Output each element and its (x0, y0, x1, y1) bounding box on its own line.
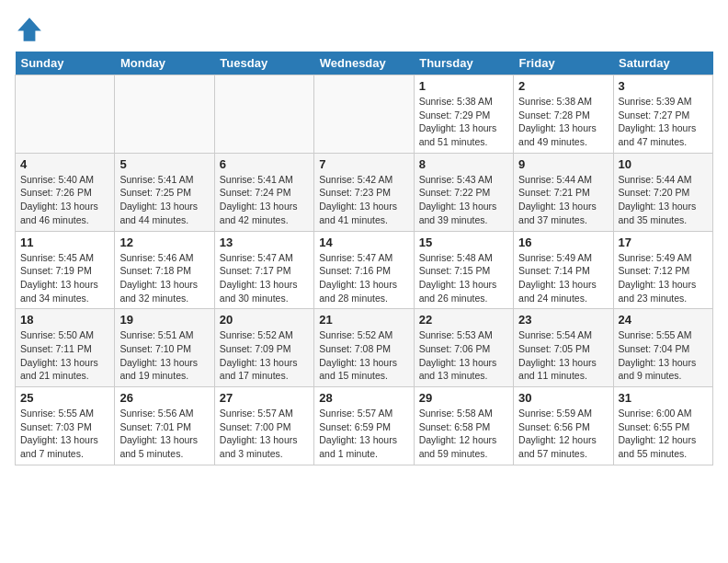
day-number: 4 (20, 157, 109, 171)
day-number: 2 (518, 79, 608, 93)
day-detail: Sunrise: 5:50 AM Sunset: 7:11 PM Dayligh… (20, 328, 109, 383)
weekday-header-wednesday: Wednesday (314, 52, 414, 75)
calendar-cell (214, 75, 313, 154)
weekday-header-friday: Friday (514, 52, 613, 75)
day-detail: Sunrise: 5:59 AM Sunset: 6:56 PM Dayligh… (518, 407, 608, 461)
day-number: 17 (619, 236, 708, 249)
day-detail: Sunrise: 5:54 AM Sunset: 7:05 PM Dayligh… (518, 328, 608, 383)
day-detail: Sunrise: 5:43 AM Sunset: 7:22 PM Dayligh… (419, 173, 508, 227)
logo (15, 15, 48, 44)
day-detail: Sunrise: 5:55 AM Sunset: 7:04 PM Dayligh… (619, 328, 708, 383)
calendar-cell: 29Sunrise: 5:58 AM Sunset: 6:58 PM Dayli… (414, 387, 513, 465)
calendar-cell: 9Sunrise: 5:44 AM Sunset: 7:21 PM Daylig… (514, 153, 613, 231)
day-detail: Sunrise: 5:38 AM Sunset: 7:29 PM Dayligh… (419, 95, 508, 149)
day-detail: Sunrise: 5:58 AM Sunset: 6:58 PM Dayligh… (419, 407, 508, 461)
day-detail: Sunrise: 5:52 AM Sunset: 7:08 PM Dayligh… (319, 328, 408, 383)
weekday-header-monday: Monday (115, 52, 214, 75)
calendar-cell: 13Sunrise: 5:47 AM Sunset: 7:17 PM Dayli… (214, 231, 313, 309)
day-detail: Sunrise: 5:45 AM Sunset: 7:19 PM Dayligh… (20, 251, 109, 305)
day-detail: Sunrise: 5:42 AM Sunset: 7:23 PM Dayligh… (319, 173, 408, 227)
calendar-cell: 12Sunrise: 5:46 AM Sunset: 7:18 PM Dayli… (115, 231, 214, 309)
calendar-cell: 4Sunrise: 5:40 AM Sunset: 7:26 PM Daylig… (16, 153, 115, 231)
day-detail: Sunrise: 5:40 AM Sunset: 7:26 PM Dayligh… (20, 173, 109, 227)
calendar-cell: 20Sunrise: 5:52 AM Sunset: 7:09 PM Dayli… (214, 309, 313, 387)
calendar-cell (115, 75, 214, 154)
day-detail: Sunrise: 5:52 AM Sunset: 7:09 PM Dayligh… (220, 328, 309, 383)
calendar-cell: 5Sunrise: 5:41 AM Sunset: 7:25 PM Daylig… (115, 153, 214, 231)
day-detail: Sunrise: 5:41 AM Sunset: 7:25 PM Dayligh… (119, 173, 209, 227)
calendar-cell: 24Sunrise: 5:55 AM Sunset: 7:04 PM Dayli… (613, 309, 712, 387)
day-number: 23 (518, 313, 608, 327)
day-number: 1 (419, 79, 508, 93)
day-number: 6 (220, 157, 309, 171)
calendar-cell: 2Sunrise: 5:38 AM Sunset: 7:28 PM Daylig… (514, 75, 613, 154)
day-number: 21 (319, 313, 408, 327)
day-detail: Sunrise: 5:57 AM Sunset: 7:00 PM Dayligh… (220, 407, 309, 461)
calendar-cell (314, 75, 414, 154)
day-detail: Sunrise: 5:49 AM Sunset: 7:14 PM Dayligh… (518, 251, 608, 305)
calendar-cell: 22Sunrise: 5:53 AM Sunset: 7:06 PM Dayli… (414, 309, 513, 387)
calendar-cell: 10Sunrise: 5:44 AM Sunset: 7:20 PM Dayli… (613, 153, 712, 231)
day-number: 11 (20, 236, 109, 249)
calendar-week-4: 18Sunrise: 5:50 AM Sunset: 7:11 PM Dayli… (16, 309, 713, 387)
day-number: 29 (419, 391, 508, 405)
calendar-cell: 25Sunrise: 5:55 AM Sunset: 7:03 PM Dayli… (16, 387, 115, 465)
day-number: 5 (119, 157, 209, 171)
day-number: 14 (319, 236, 408, 249)
day-detail: Sunrise: 5:53 AM Sunset: 7:06 PM Dayligh… (419, 328, 508, 383)
day-number: 7 (319, 157, 408, 171)
day-detail: Sunrise: 5:44 AM Sunset: 7:21 PM Dayligh… (518, 173, 608, 227)
day-number: 3 (619, 79, 708, 93)
day-number: 31 (619, 391, 708, 405)
calendar-cell: 31Sunrise: 6:00 AM Sunset: 6:55 PM Dayli… (613, 387, 712, 465)
day-detail: Sunrise: 5:38 AM Sunset: 7:28 PM Dayligh… (518, 95, 608, 149)
day-detail: Sunrise: 5:41 AM Sunset: 7:24 PM Dayligh… (220, 173, 309, 227)
day-number: 20 (220, 313, 309, 327)
day-number: 28 (319, 391, 408, 405)
day-number: 22 (419, 313, 508, 327)
day-number: 30 (518, 391, 608, 405)
day-number: 8 (419, 157, 508, 171)
day-detail: Sunrise: 5:56 AM Sunset: 7:01 PM Dayligh… (119, 407, 209, 461)
calendar-cell: 27Sunrise: 5:57 AM Sunset: 7:00 PM Dayli… (214, 387, 313, 465)
calendar-week-2: 4Sunrise: 5:40 AM Sunset: 7:26 PM Daylig… (16, 153, 713, 231)
weekday-header-thursday: Thursday (414, 52, 513, 75)
day-number: 9 (518, 157, 608, 171)
calendar-cell (16, 75, 115, 154)
calendar-cell: 8Sunrise: 5:43 AM Sunset: 7:22 PM Daylig… (414, 153, 513, 231)
calendar-cell: 11Sunrise: 5:45 AM Sunset: 7:19 PM Dayli… (16, 231, 115, 309)
day-detail: Sunrise: 5:47 AM Sunset: 7:16 PM Dayligh… (319, 251, 408, 305)
calendar-cell: 1Sunrise: 5:38 AM Sunset: 7:29 PM Daylig… (414, 75, 513, 154)
day-number: 16 (518, 236, 608, 249)
calendar-week-1: 1Sunrise: 5:38 AM Sunset: 7:29 PM Daylig… (16, 75, 713, 154)
calendar-cell: 7Sunrise: 5:42 AM Sunset: 7:23 PM Daylig… (314, 153, 414, 231)
calendar-week-3: 11Sunrise: 5:45 AM Sunset: 7:19 PM Dayli… (16, 231, 713, 309)
calendar-week-5: 25Sunrise: 5:55 AM Sunset: 7:03 PM Dayli… (16, 387, 713, 465)
weekday-header-sunday: Sunday (16, 52, 115, 75)
day-number: 24 (619, 313, 708, 327)
day-detail: Sunrise: 5:44 AM Sunset: 7:20 PM Dayligh… (619, 173, 708, 227)
page-header (15, 15, 713, 44)
day-number: 18 (20, 313, 109, 327)
day-number: 27 (220, 391, 309, 405)
day-detail: Sunrise: 5:51 AM Sunset: 7:10 PM Dayligh… (119, 328, 209, 383)
calendar-cell: 21Sunrise: 5:52 AM Sunset: 7:08 PM Dayli… (314, 309, 414, 387)
day-number: 12 (119, 236, 209, 249)
day-number: 10 (619, 157, 708, 171)
calendar-cell: 23Sunrise: 5:54 AM Sunset: 7:05 PM Dayli… (514, 309, 613, 387)
day-detail: Sunrise: 5:48 AM Sunset: 7:15 PM Dayligh… (419, 251, 508, 305)
svg-marker-0 (17, 17, 41, 41)
day-detail: Sunrise: 6:00 AM Sunset: 6:55 PM Dayligh… (619, 407, 708, 461)
calendar-cell: 17Sunrise: 5:49 AM Sunset: 7:12 PM Dayli… (613, 231, 712, 309)
calendar-cell: 15Sunrise: 5:48 AM Sunset: 7:15 PM Dayli… (414, 231, 513, 309)
calendar-cell: 16Sunrise: 5:49 AM Sunset: 7:14 PM Dayli… (514, 231, 613, 309)
logo-icon (15, 15, 44, 44)
day-detail: Sunrise: 5:47 AM Sunset: 7:17 PM Dayligh… (220, 251, 309, 305)
calendar-cell: 26Sunrise: 5:56 AM Sunset: 7:01 PM Dayli… (115, 387, 214, 465)
calendar-table: SundayMondayTuesdayWednesdayThursdayFrid… (15, 52, 713, 465)
calendar-cell: 30Sunrise: 5:59 AM Sunset: 6:56 PM Dayli… (514, 387, 613, 465)
calendar-cell: 18Sunrise: 5:50 AM Sunset: 7:11 PM Dayli… (16, 309, 115, 387)
calendar-header-row: SundayMondayTuesdayWednesdayThursdayFrid… (16, 52, 713, 75)
calendar-cell: 6Sunrise: 5:41 AM Sunset: 7:24 PM Daylig… (214, 153, 313, 231)
day-detail: Sunrise: 5:39 AM Sunset: 7:27 PM Dayligh… (619, 95, 708, 149)
